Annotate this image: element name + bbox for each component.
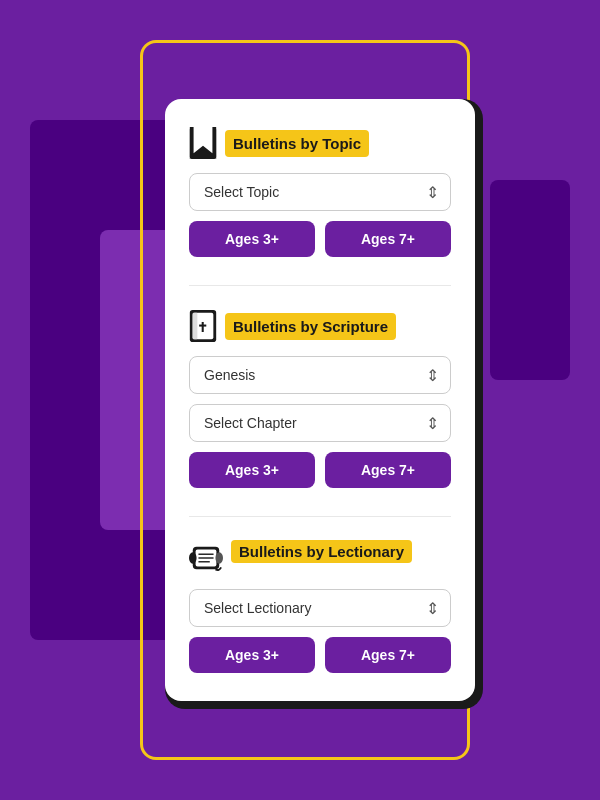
bg-shape-3 — [490, 180, 570, 380]
svg-point-10 — [215, 552, 223, 563]
topic-ages7-button[interactable]: Ages 7+ — [325, 221, 451, 257]
topic-select[interactable]: Select Topic — [189, 173, 451, 211]
lectionary-ages7-button[interactable]: Ages 7+ — [325, 637, 451, 673]
bookmark-icon — [189, 127, 217, 159]
lectionary-select[interactable]: Select Lectionary — [189, 589, 451, 627]
lectionary-title-text-wrap: Bulletins by Lectionary — [231, 541, 412, 564]
chapter-select-wrapper: Select Chapter ⇕ — [189, 404, 451, 442]
scripture-ages7-button[interactable]: Ages 7+ — [325, 452, 451, 488]
section-topic-title-row: Bulletins by Topic — [189, 127, 451, 159]
lectionary-select-wrapper: Select Lectionary ⇕ — [189, 589, 451, 627]
divider-2 — [189, 516, 451, 517]
svg-text:✝: ✝ — [198, 320, 209, 335]
section-scripture-title-row: ✝ Bulletins by Scripture — [189, 310, 451, 342]
section-lectionary: Bulletins by Lectionary Select Lectionar… — [189, 541, 451, 673]
section-lectionary-title-row: Bulletins by Lectionary — [189, 541, 451, 575]
section-scripture: ✝ Bulletins by Scripture Genesis ⇕ Selec… — [189, 310, 451, 488]
section-lectionary-title: Bulletins by Lectionary — [231, 540, 412, 563]
topic-select-wrapper: Select Topic ⇕ — [189, 173, 451, 211]
book-select[interactable]: Genesis — [189, 356, 451, 394]
chapter-select[interactable]: Select Chapter — [189, 404, 451, 442]
section-topic-title: Bulletins by Topic — [225, 130, 369, 157]
topic-ages3-button[interactable]: Ages 3+ — [189, 221, 315, 257]
book-select-wrapper: Genesis ⇕ — [189, 356, 451, 394]
topic-button-row: Ages 3+ Ages 7+ — [189, 221, 451, 257]
section-topic: Bulletins by Topic Select Topic ⇕ Ages 3… — [189, 127, 451, 257]
svg-point-9 — [189, 552, 197, 563]
main-card: Bulletins by Topic Select Topic ⇕ Ages 3… — [165, 99, 475, 701]
lectionary-ages3-button[interactable]: Ages 3+ — [189, 637, 315, 673]
divider-1 — [189, 285, 451, 286]
lectionary-button-row: Ages 3+ Ages 7+ — [189, 637, 451, 673]
bible-icon: ✝ — [189, 310, 217, 342]
scripture-button-row: Ages 3+ Ages 7+ — [189, 452, 451, 488]
scripture-ages3-button[interactable]: Ages 3+ — [189, 452, 315, 488]
scroll-icon — [189, 541, 223, 575]
section-scripture-title: Bulletins by Scripture — [225, 313, 396, 340]
